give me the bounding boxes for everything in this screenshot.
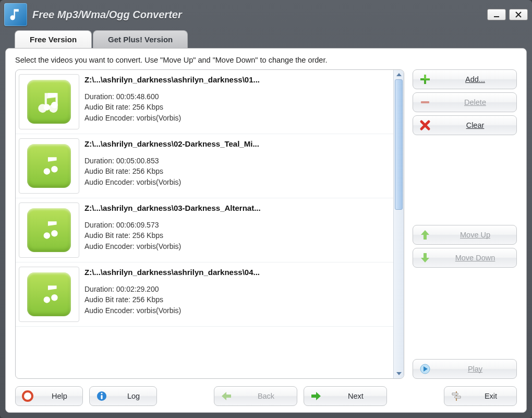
duration-label: Duration: xyxy=(84,92,114,101)
encoder-label: Audio Encoder: xyxy=(84,114,135,122)
clear-button[interactable]: Clear xyxy=(413,115,517,135)
minimize-button[interactable] xyxy=(487,9,506,20)
x-icon xyxy=(419,120,431,131)
item-thumbnail xyxy=(19,138,79,194)
item-path: Z:\...\ashrilyn_darkness\02-Darkness_Tea… xyxy=(84,139,390,148)
log-button[interactable]: Log xyxy=(89,386,157,406)
bitrate-value: 256 Kbps xyxy=(132,103,163,111)
info-icon xyxy=(96,390,107,402)
delete-button[interactable]: Delete xyxy=(413,92,517,112)
encoder-value: vorbis(Vorbis) xyxy=(137,114,182,122)
scrollbar[interactable] xyxy=(393,70,404,378)
scroll-down-button[interactable] xyxy=(394,369,404,378)
item-thumbnail xyxy=(19,202,79,258)
arrow-right-icon xyxy=(310,390,322,402)
signpost-icon xyxy=(451,390,462,402)
instruction-text: Select the videos you want to convert. U… xyxy=(15,56,517,64)
list-item[interactable]: Z:\...\ashrilyn_darkness\ashrilyn_darkne… xyxy=(16,70,393,134)
delete-label: Delete xyxy=(440,98,510,106)
svg-rect-1 xyxy=(421,101,429,103)
svg-point-4 xyxy=(26,395,29,398)
tab-plus-version[interactable]: Get Plus! Version xyxy=(93,30,188,48)
play-label: Play xyxy=(440,365,510,373)
svg-point-6 xyxy=(101,392,102,394)
tabstrip: Free Version Get Plus! Version xyxy=(5,29,527,48)
side-buttons: Add... Delete Clear Move Up xyxy=(413,69,517,379)
movedown-button[interactable]: Move Down xyxy=(413,248,517,268)
arrow-down-icon xyxy=(419,252,431,264)
app-title: Free Mp3/Wma/Ogg Converter xyxy=(32,9,182,21)
list-item[interactable]: Z:\...\ashrilyn_darkness\03-Darkness_Alt… xyxy=(16,198,393,262)
exit-label: Exit xyxy=(471,392,510,400)
add-label: Add... xyxy=(440,75,510,83)
duration-value: 00:05:48.600 xyxy=(116,92,159,101)
item-thumbnail xyxy=(19,267,79,322)
item-thumbnail xyxy=(19,74,79,129)
svg-rect-7 xyxy=(101,395,102,399)
movedown-label: Move Down xyxy=(440,254,510,262)
list-item[interactable]: Z:\...\ashrilyn_darkness\ashrilyn_darkne… xyxy=(16,262,393,327)
music-note-icon xyxy=(27,208,71,252)
log-label: Log xyxy=(117,392,150,400)
item-meta: Z:\...\ashrilyn_darkness\ashrilyn_darkne… xyxy=(84,74,390,129)
arrow-left-icon xyxy=(221,390,232,402)
app-window: Free Mp3/Wma/Ogg Converter Free Version … xyxy=(0,0,532,418)
minus-icon xyxy=(419,97,431,108)
file-list: Z:\...\ashrilyn_darkness\ashrilyn_darkne… xyxy=(15,69,404,379)
main-row: Z:\...\ashrilyn_darkness\ashrilyn_darkne… xyxy=(15,69,517,379)
next-button[interactable]: Next xyxy=(304,386,387,406)
item-meta: Z:\...\ashrilyn_darkness\ashrilyn_darkne… xyxy=(84,267,390,322)
help-button[interactable]: Help xyxy=(15,386,83,406)
content-area: Free Version Get Plus! Version Select th… xyxy=(5,29,527,413)
back-button[interactable]: Back xyxy=(214,386,297,406)
help-label: Help xyxy=(43,392,76,400)
svg-rect-0 xyxy=(494,16,499,17)
next-label: Next xyxy=(331,392,380,400)
item-path: Z:\...\ashrilyn_darkness\ashrilyn_darkne… xyxy=(84,75,390,84)
add-button[interactable]: Add... xyxy=(413,69,517,89)
bitrate-label: Audio Bit rate: xyxy=(84,103,130,111)
item-meta: Z:\...\ashrilyn_darkness\02-Darkness_Tea… xyxy=(84,138,390,194)
file-list-items: Z:\...\ashrilyn_darkness\ashrilyn_darkne… xyxy=(16,70,393,378)
arrow-up-icon xyxy=(419,229,431,241)
item-meta: Z:\...\ashrilyn_darkness\03-Darkness_Alt… xyxy=(84,202,390,258)
music-note-icon xyxy=(27,144,71,188)
clear-label: Clear xyxy=(440,121,510,129)
titlebar: Free Mp3/Wma/Ogg Converter xyxy=(0,0,532,29)
moveup-button[interactable]: Move Up xyxy=(413,225,517,245)
close-button[interactable] xyxy=(509,9,528,20)
play-button[interactable]: Play xyxy=(413,359,517,379)
play-icon xyxy=(419,363,431,375)
scroll-up-button[interactable] xyxy=(394,70,404,79)
tab-free-version[interactable]: Free Version xyxy=(15,30,92,48)
exit-button[interactable]: Exit xyxy=(444,386,517,406)
main-panel: Select the videos you want to convert. U… xyxy=(5,48,527,413)
bottom-bar: Help Log Back Next Exit xyxy=(15,386,517,406)
item-path: Z:\...\ashrilyn_darkness\ashrilyn_darkne… xyxy=(84,268,390,277)
scroll-thumb[interactable] xyxy=(395,79,403,210)
scroll-track[interactable] xyxy=(394,79,404,369)
music-note-icon xyxy=(27,80,71,124)
app-icon xyxy=(4,3,27,26)
help-icon xyxy=(22,390,33,402)
plus-icon xyxy=(419,74,431,85)
window-controls xyxy=(487,9,528,20)
item-path: Z:\...\ashrilyn_darkness\03-Darkness_Alt… xyxy=(84,204,390,212)
moveup-label: Move Up xyxy=(440,231,510,239)
back-label: Back xyxy=(241,392,291,400)
music-note-icon xyxy=(27,272,71,316)
list-item[interactable]: Z:\...\ashrilyn_darkness\02-Darkness_Tea… xyxy=(16,134,393,198)
